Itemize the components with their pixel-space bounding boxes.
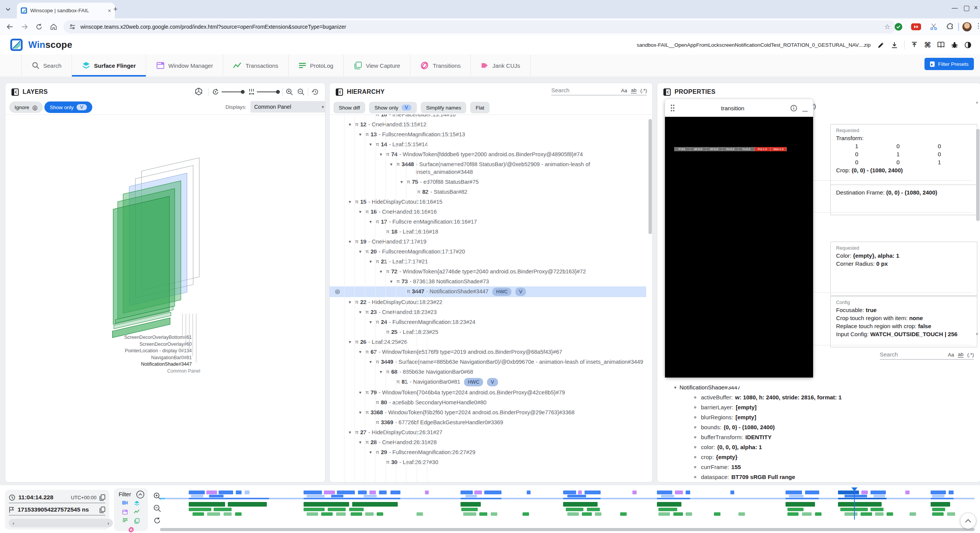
tree-row[interactable]: ▾π24- FullscreenMagnification:18:23#24: [330, 317, 646, 327]
3d-view-icon[interactable]: [195, 88, 203, 96]
home-icon[interactable]: [50, 23, 57, 31]
report-bug-icon[interactable]: [951, 41, 958, 49]
rotation-icon[interactable]: [212, 88, 219, 96]
tree-row[interactable]: ▾π12- OneHanded:15:15#12: [330, 119, 646, 129]
rotation-slider[interactable]: [222, 92, 244, 92]
tree-row[interactable]: ▾π26- Leaf:24:25#26: [330, 337, 646, 347]
edit-icon[interactable]: [877, 41, 885, 49]
reset-view-icon[interactable]: [311, 88, 319, 96]
extension-scissors-icon[interactable]: [929, 23, 938, 31]
tree-row[interactable]: ▾π74- WindowToken{fdddbe6 type=2000 andr…: [330, 149, 646, 159]
tree-row[interactable]: ▾π73- 8736138 NotificationShade#73: [330, 276, 646, 286]
timeline-cursor-handle[interactable]: [851, 487, 858, 491]
tab-transactions[interactable]: Transactions: [223, 54, 288, 77]
layer-rect-5[interactable]: [113, 196, 170, 325]
properties-scrollbar[interactable]: [976, 129, 980, 221]
tree-row[interactable]: ◎π3447- NotificationShade#3447HWCV: [330, 286, 646, 297]
timeline-scrollbar[interactable]: [160, 528, 975, 531]
tree-row[interactable]: π3369- 67726bf EdgeBackGestureHandler0#3…: [330, 417, 646, 427]
displays-select[interactable]: Common Panel ▾: [250, 101, 325, 113]
copy-icon[interactable]: [100, 494, 105, 501]
window-close-icon[interactable]: ×: [974, 4, 978, 12]
expand-arrow-icon[interactable]: ▾: [388, 160, 395, 168]
drag-handle-icon[interactable]: [670, 104, 675, 112]
tree-row[interactable]: π30- Leaf:26:27#30: [330, 457, 646, 467]
collapse-panel-icon[interactable]: [336, 88, 343, 96]
match-case-icon[interactable]: Aa: [621, 88, 627, 93]
protolog-filter-icon[interactable]: [122, 518, 128, 524]
properties-search-input[interactable]: Search Aa ab (.*): [880, 351, 974, 360]
property-row[interactable]: activeBuffer:w: 1080, h: 2400, stride: 2…: [657, 392, 976, 402]
expand-arrow-icon[interactable]: ▾: [367, 448, 374, 456]
property-root-row[interactable]: ▾NotificationShade#3447: [657, 383, 976, 392]
collapse-panel-icon[interactable]: [11, 88, 19, 96]
spacing-slider[interactable]: [257, 92, 279, 92]
tab-window-manager[interactable]: Window Manager: [146, 54, 224, 77]
tree-row[interactable]: ▾π20- FullscreenMagnification:17:17#20: [330, 247, 646, 257]
expand-arrow-icon[interactable]: ▾: [377, 150, 384, 158]
chip-flat[interactable]: Flat: [470, 102, 490, 113]
chip-show-only[interactable]: Show onlyV: [369, 102, 417, 113]
filter-presets-button[interactable]: Filter Presets: [924, 58, 974, 70]
documentation-icon[interactable]: [937, 41, 945, 48]
match-word-icon[interactable]: ab: [958, 352, 963, 358]
expand-arrow-icon[interactable]: ▾: [357, 348, 364, 356]
prev-frame-icon[interactable]: ‹: [13, 520, 14, 526]
tree-row[interactable]: ▾π16- OneHanded:16:16#16: [330, 207, 646, 217]
next-frame-icon[interactable]: ›: [108, 520, 109, 526]
chip-simplify-names[interactable]: Simplify names: [421, 102, 467, 113]
layers-3d-view[interactable]: ScreenDecorOverlayBottom#61ScreenDecorOv…: [5, 114, 325, 482]
url-bar[interactable]: winscope.teams.x20web.corp.google.com/pr…: [64, 20, 896, 33]
expand-arrow-icon[interactable]: ▾: [346, 198, 353, 206]
ignore-visibility-chip[interactable]: Ignore◎: [9, 101, 43, 113]
tree-row[interactable]: ▾π22- HideDisplayCutout:18:23#22: [330, 297, 646, 307]
tab-jank-cujs[interactable]: Jank CUJs: [471, 54, 531, 77]
site-settings-icon[interactable]: [69, 23, 76, 30]
view-capture-filter-icon[interactable]: [134, 518, 140, 524]
tab-view-capture[interactable]: View Capture: [344, 54, 411, 77]
tree-row[interactable]: ▾π3448- Surface(name=ed70f88 StatusBar)/…: [330, 159, 646, 177]
property-row[interactable]: currFrame:155: [657, 462, 976, 472]
window-minimize-icon[interactable]: —: [952, 5, 958, 11]
hierarchy-scrollbar[interactable]: [648, 119, 652, 234]
scroll-down-icon[interactable]: ▼: [975, 332, 979, 336]
tab-close-icon[interactable]: ×: [108, 8, 111, 14]
frame-scroller[interactable]: ‹ ›: [9, 519, 113, 527]
profile-avatar[interactable]: [962, 22, 972, 31]
copy-icon[interactable]: [100, 507, 105, 513]
expand-arrow-icon[interactable]: ▾: [367, 218, 374, 226]
download-icon[interactable]: [891, 41, 898, 49]
transactions-filter-icon[interactable]: [134, 509, 140, 515]
expand-arrow-icon[interactable]: ▾: [377, 268, 384, 275]
tree-row[interactable]: ▾π27- HideDisplayCutout:26:31#27: [330, 427, 646, 437]
window-manager-filter-icon[interactable]: [122, 509, 128, 515]
property-row[interactable]: crop:{empty}: [657, 452, 976, 462]
transition-window-titlebar[interactable]: transition —: [665, 99, 813, 117]
screen-recording-filter-icon[interactable]: [122, 500, 128, 506]
transition-preview-window[interactable]: transition — P:0/1dX:0.0dY:0.0Xv:0.0Yv:0…: [665, 99, 813, 378]
expand-arrow-icon[interactable]: ▾: [357, 409, 364, 416]
property-row[interactable]: barrierLayer:[empty]: [657, 402, 976, 412]
expand-arrow-icon[interactable]: ▾: [357, 131, 364, 138]
expand-arrow-icon[interactable]: ▾: [367, 318, 374, 326]
expand-arrow-icon[interactable]: ▾: [367, 141, 374, 148]
tree-row[interactable]: π80- ace6abb SecondaryHomeHandle0#80: [330, 397, 646, 407]
tree-row[interactable]: ▾π3449- Surface(name=885b63e NavigationB…: [330, 357, 646, 367]
transitions-filter-icon[interactable]: [128, 527, 134, 533]
browser-menu-kebab-icon[interactable]: ⋮: [975, 22, 980, 30]
expand-arrow-icon[interactable]: ▾: [398, 178, 405, 186]
tree-row[interactable]: ▾π13- FullscreenMagnification:15:15#13: [330, 129, 646, 139]
collapse-panel-icon[interactable]: [663, 88, 671, 96]
expand-arrow-icon[interactable]: ▾: [357, 308, 364, 316]
tab-protolog[interactable]: ProtoLog: [289, 54, 344, 77]
tree-row[interactable]: ▾π17- Fullscre enMagnification:16:16#17: [330, 217, 646, 227]
zoom-out-icon[interactable]: [297, 88, 305, 96]
chip-show-diff[interactable]: Show diff: [333, 102, 365, 113]
spacing-icon[interactable]: [248, 88, 255, 96]
surface-flinger-filter-icon[interactable]: [134, 500, 140, 506]
back-icon[interactable]: [6, 23, 14, 31]
tree-row[interactable]: ▾π23- OneHanded:18:23#23: [330, 307, 646, 317]
tree-row[interactable]: ▾π15- HideDisplayCutout:16:16#15: [330, 197, 646, 207]
property-row[interactable]: blurRegions:[empty]: [657, 412, 976, 422]
ns-timestamp-field[interactable]: 1715339054227572545 ns: [9, 504, 105, 515]
